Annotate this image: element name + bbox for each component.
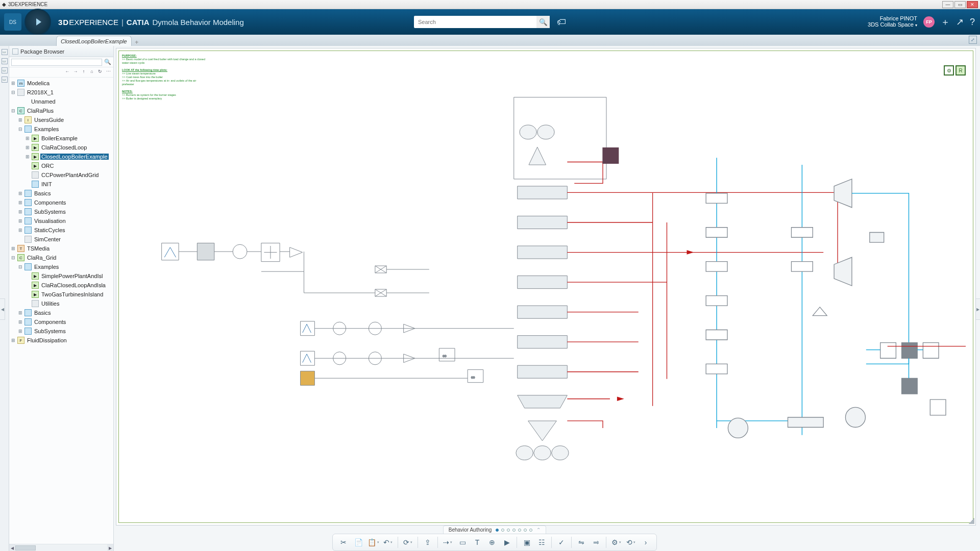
copy-button[interactable]: 📄 xyxy=(352,536,365,549)
search-button[interactable]: 🔍 xyxy=(536,16,550,28)
tree-row-boilerex[interactable]: ⊞▶BoilerExample xyxy=(10,134,113,143)
tree-row-unnamed[interactable]: Unnamed xyxy=(10,97,113,106)
tree-row-ccpp[interactable]: CCPowerPlantAndGrid xyxy=(10,170,113,180)
tree-row-init[interactable]: INIT xyxy=(10,180,113,189)
nav-back-button[interactable]: ← xyxy=(64,68,70,74)
rail-button-3[interactable]: ▭ xyxy=(2,67,8,73)
tree-row-clclai[interactable]: ▶ClaRaClosedLoopAndIsla xyxy=(10,281,113,290)
share-icon[interactable]: ↗ xyxy=(956,16,964,28)
distribute-button[interactable]: ☷ xyxy=(535,536,548,549)
tree-row-static[interactable]: ⊞StaticCycles xyxy=(10,226,113,235)
nav-fwd-button[interactable]: → xyxy=(72,68,79,74)
tree-row-simcenter[interactable]: SimCenter xyxy=(10,235,113,244)
package-search-icon[interactable]: 🔍 xyxy=(104,59,111,65)
svg-rect-59 xyxy=(902,343,918,359)
package-tree[interactable]: ⊞mModelica ⊟R2018X_1 Unnamed ⊟CClaRaPlus… xyxy=(9,78,113,544)
tree-row-modelica[interactable]: ⊞mModelica xyxy=(10,79,113,88)
rail-button-4[interactable]: ▭ xyxy=(2,77,8,83)
svg-marker-20 xyxy=(290,247,303,258)
tree-row-claragrid[interactable]: ⊟CClaRa_Grid xyxy=(10,253,113,262)
tree-row-components[interactable]: ⊞Components xyxy=(10,198,113,207)
compass-play-button[interactable] xyxy=(24,9,51,35)
search-input[interactable] xyxy=(414,16,536,28)
tag-icon[interactable]: 🏷 xyxy=(557,17,566,28)
tree-row-examples2[interactable]: ⊟Examples xyxy=(10,262,113,271)
translate-button[interactable]: ⇋ xyxy=(575,536,588,549)
tree-row-fluiddiss[interactable]: ⊞FFluidDissipation xyxy=(10,336,113,345)
package-browser-title: Package Browser xyxy=(20,48,64,55)
tree-row-usersguide[interactable]: ⊞iUsersGuide xyxy=(10,115,113,124)
section-dot-4[interactable] xyxy=(512,529,516,532)
nav-up-button[interactable]: ↑ xyxy=(81,68,87,74)
play-button[interactable]: ▶ xyxy=(500,536,513,549)
simulate-button[interactable]: ⥤ xyxy=(590,536,603,549)
tree-row-visual[interactable]: ⊞Visualisation xyxy=(10,216,113,226)
update-button[interactable]: ⟳ xyxy=(401,536,414,549)
undo-button[interactable]: ↶ xyxy=(381,536,395,549)
settings-button[interactable]: ⚙ xyxy=(609,536,623,549)
refresh-model-button[interactable]: ⟲ xyxy=(624,536,638,549)
left-expander[interactable]: ◀ xyxy=(0,298,5,320)
example-icon: ▶ xyxy=(32,162,39,169)
section-dot-6[interactable] xyxy=(524,529,527,532)
add-icon[interactable]: ＋ xyxy=(941,16,950,28)
tree-row-claraplus[interactable]: ⊟CClaRaPlus xyxy=(10,106,113,115)
section-dot-3[interactable] xyxy=(507,529,510,532)
tree-row-subsystems[interactable]: ⊞SubSystems xyxy=(10,207,113,216)
rail-button-1[interactable]: ▭ xyxy=(2,49,8,55)
window-close-button[interactable]: ✕ xyxy=(967,1,978,8)
nav-refresh-button[interactable]: ↻ xyxy=(97,68,103,74)
check-button[interactable]: ✓ xyxy=(555,536,568,549)
example-icon: ▶ xyxy=(32,144,39,151)
svg-marker-56 xyxy=(834,257,852,286)
diagram-canvas[interactable]: PURPOSE: >> Basic model of a coal fired … xyxy=(116,48,976,525)
paste-button[interactable]: 📋 xyxy=(366,536,380,549)
align-button[interactable]: ▣ xyxy=(520,536,533,549)
insert-text-button[interactable]: T xyxy=(471,536,484,549)
strip-chevron-icon[interactable]: ⌃ xyxy=(536,527,541,533)
tree-row-utilities[interactable]: Utilities xyxy=(10,299,113,308)
export-button[interactable]: ⇪ xyxy=(421,536,434,549)
section-dot-1[interactable] xyxy=(496,529,499,532)
section-dot-7[interactable] xyxy=(529,529,532,532)
cut-button[interactable]: ✂ xyxy=(337,536,350,549)
resize-grip[interactable] xyxy=(968,518,974,524)
tree-row-tgtis[interactable]: ▶TwoGasTurbinesInIsland xyxy=(10,290,113,299)
new-tab-button[interactable]: + xyxy=(133,39,141,46)
tree-row-subsystems2[interactable]: ⊞SubSystems xyxy=(10,327,113,336)
window-maximize-button[interactable]: ▭ xyxy=(954,1,966,8)
tree-row-r2018x[interactable]: ⊟R2018X_1 xyxy=(10,88,113,97)
tree-row-basics2[interactable]: ⊞Basics xyxy=(10,308,113,317)
ds-logo-icon[interactable]: DS xyxy=(4,13,21,31)
tree-row-clbex[interactable]: ⊞▶ClosedLoopBoilerExample xyxy=(10,152,113,161)
behavior-strip[interactable]: Behavior Authoring ⌃ xyxy=(443,525,547,534)
tab-closedloopboiler[interactable]: ClosedLoopBoilerExample xyxy=(56,36,132,46)
rail-button-2[interactable]: ▭ xyxy=(2,58,8,64)
tree-row-basics[interactable]: ⊞Basics xyxy=(10,189,113,198)
svg-rect-28 xyxy=(301,351,315,365)
tree-row-components2[interactable]: ⊞Components xyxy=(10,317,113,327)
window-minimize-button[interactable]: — xyxy=(942,1,953,8)
section-dot-2[interactable] xyxy=(501,529,504,532)
tree-row-tsmedia[interactable]: ⊞TTSMedia xyxy=(10,244,113,253)
insert-component-button[interactable]: ▭ xyxy=(456,536,469,549)
section-dot-5[interactable] xyxy=(518,529,521,532)
package-search-input[interactable] xyxy=(11,59,102,66)
tree-row-sppai[interactable]: ▶SimplePowerPlantAndIsl xyxy=(10,271,113,281)
avatar[interactable]: FP xyxy=(923,16,935,28)
insert-connection-button[interactable]: ⇢ xyxy=(441,536,454,549)
collab-space: 3DS Collab Space xyxy=(868,21,914,28)
svg-rect-58 xyxy=(880,343,896,359)
next-button[interactable]: › xyxy=(639,536,652,549)
tree-row-examples[interactable]: ⊟Examples xyxy=(10,124,113,134)
nav-more-button[interactable]: ⋯ xyxy=(105,68,111,74)
help-icon[interactable]: ? xyxy=(970,17,975,28)
user-block[interactable]: Fabrice PINOT 3DS Collab Space ▾ xyxy=(868,15,917,29)
insert-port-button[interactable]: ⊕ xyxy=(485,536,499,549)
tree-row-orc[interactable]: ▶ORC xyxy=(10,161,113,170)
tree-row-claracl[interactable]: ⊞▶ClaRaClosedLoop xyxy=(10,143,113,152)
nav-home-button[interactable]: ⌂ xyxy=(89,68,95,74)
svg-point-10 xyxy=(537,125,554,139)
svg-rect-27 xyxy=(301,321,315,336)
expand-view-button[interactable]: ⤢ xyxy=(969,36,977,44)
